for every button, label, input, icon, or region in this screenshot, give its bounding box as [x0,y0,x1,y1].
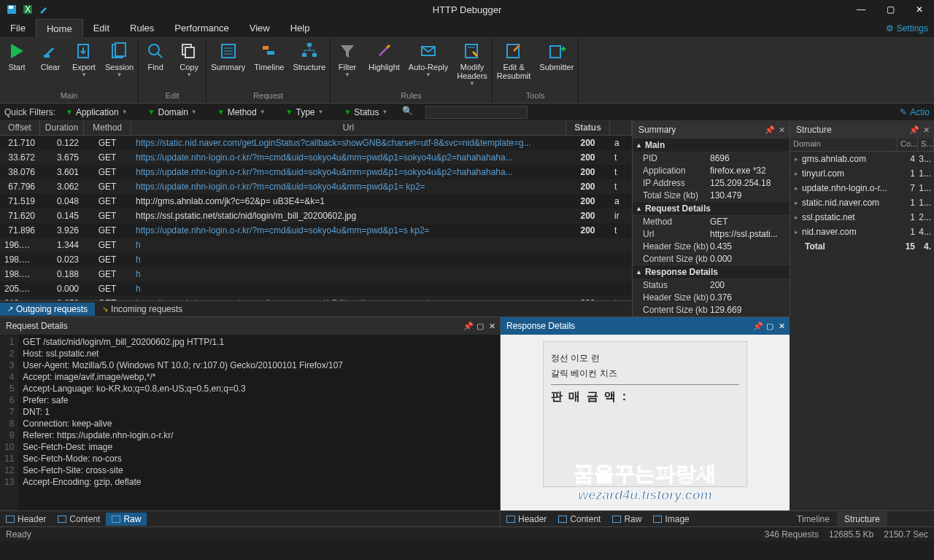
req-tab-content[interactable]: Content [52,513,106,526]
structure-row[interactable]: ▸nid.naver.com14... [790,225,934,239]
structure-row[interactable]: ▸update.nhn-login.o-r...71... [790,181,934,195]
maximize-button[interactable]: ▢ [876,0,905,19]
summary-button[interactable]: Summary [207,38,250,91]
clear-button[interactable]: Clear [34,38,67,91]
table-row[interactable]: 198.5690.188GETh [0,267,632,281]
response-image-body[interactable]: 정선 이모 런 갈릭 베이컨 치즈 판 매 금 액 : 꿈을꾸는파랑새 weza… [501,335,790,510]
filter-method[interactable]: ▼Method▼ [217,107,266,117]
submitter-button[interactable]: Submitter [535,38,578,91]
filter-status[interactable]: ▼Status▼ [344,107,387,117]
filter-application[interactable]: ▼Application▼ [66,107,128,117]
side-tab-structure[interactable]: Structure [837,512,887,526]
edit-icon: ✎ [900,107,907,117]
summary-row: Total Size (kb)130.479 [633,190,790,202]
expand-icon[interactable]: ▸ [795,170,802,177]
col-method[interactable]: Method [84,121,131,135]
resp-tab-content[interactable]: Content [552,513,606,526]
summary-group[interactable]: ▲ Response Details [633,265,790,279]
col-url[interactable]: Url [131,121,566,135]
col-status[interactable]: Status [566,121,610,135]
minimize-button[interactable]: — [846,0,876,19]
structure-row[interactable]: ▸gms.ahnlab.com43... [790,152,934,166]
menu-home[interactable]: Home [36,19,83,37]
req-tab-raw[interactable]: Raw [106,513,147,526]
resp-tab-header[interactable]: Header [501,513,552,526]
restore-icon[interactable]: ▢ [475,321,485,331]
summary-group[interactable]: ▲ Request Details [633,202,790,216]
structure-button[interactable]: Structure [288,38,330,91]
col-offset[interactable]: Offset [0,121,40,135]
expand-icon[interactable]: ▸ [795,199,802,206]
chevron-down-icon: ▼ [344,71,350,78]
highlight-button[interactable]: Highlight [364,38,404,91]
table-row[interactable]: 67.7963.062GEThttps://update.nhn-login.o… [0,179,632,194]
actions-button[interactable]: ✎ Actio [900,107,930,117]
autoreply-button[interactable]: Auto-Reply▼ [404,38,452,91]
table-row[interactable]: 205.2270.000GETh [0,281,632,296]
modifyheaders-button[interactable]: Modify Headers▼ [452,38,492,91]
req-tab-header[interactable]: Header [0,513,52,526]
table-row[interactable]: 21.7100.122GEThttps://static.nid.naver.c… [0,136,632,150]
col-extra[interactable] [610,121,632,135]
restore-icon[interactable]: ▢ [765,321,775,331]
pin-icon[interactable]: 📌 [909,125,919,135]
expand-icon[interactable]: ▸ [795,228,802,236]
side-tab-timeline[interactable]: Timeline [790,512,837,526]
pin-icon[interactable]: 📌 [753,321,763,331]
start-button[interactable]: Start [0,38,34,91]
table-row[interactable]: 71.6200.145GEThttps://ssl.pstatic.net/st… [0,209,632,223]
structure-row[interactable]: ▸tinyurl.com11... [790,166,934,181]
pin-icon[interactable]: 📌 [463,321,474,331]
pin-icon[interactable]: 📌 [765,125,775,135]
session-button[interactable]: Session▼ [101,38,138,91]
qat-excel-icon[interactable]: X [22,4,34,15]
timeline-button[interactable]: Timeline [250,38,288,91]
col-duration[interactable]: Duration [40,121,84,135]
filter-button[interactable]: Filter▼ [331,38,364,91]
tab-outgoing-requests[interactable]: ↗Outgoing requests [0,303,95,316]
menu-edit[interactable]: Edit [83,19,120,37]
expand-icon[interactable]: ▸ [795,214,802,221]
qat-save-icon[interactable] [6,4,18,15]
expand-icon[interactable]: ▸ [795,155,802,163]
funnel-icon: ▼ [286,108,293,116]
structure-row[interactable]: ▸static.nid.naver.com11... [790,195,934,210]
search-icon[interactable]: 🔍 [402,106,415,119]
export-button[interactable]: Export▼ [67,38,101,91]
summary-group[interactable]: ▲ Main [633,139,790,152]
expand-icon[interactable]: ▸ [795,184,802,192]
find-button[interactable]: Find [139,38,172,91]
status-right: 346 Requests 12685.5 Kb 2150.7 Sec [765,529,928,540]
table-row[interactable]: 198.4350.023GETh [0,252,632,267]
grid-body[interactable]: 21.7100.122GEThttps://static.nid.naver.c… [0,136,632,300]
close-button[interactable]: ✕ [905,0,934,19]
close-icon[interactable]: ✕ [776,125,787,135]
table-row[interactable]: 38.0763.601GEThttps://update.nhn-login.o… [0,165,632,179]
menu-performance[interactable]: Performance [164,19,239,37]
tab-incoming-requests[interactable]: ↘Incoming requests [95,303,190,316]
editresubmit-button[interactable]: Edit & Resubmit [493,38,535,91]
structure-row[interactable]: ▸ssl.pstatic.net12... [790,210,934,225]
menu-help[interactable]: Help [280,19,320,37]
close-icon[interactable]: ✕ [921,125,931,135]
resp-tab-image[interactable]: Image [647,513,695,526]
settings-link[interactable]: ⚙ Settings [886,19,928,37]
menu-rules[interactable]: Rules [120,19,164,37]
qat-brush-icon[interactable] [38,4,50,15]
copy-button[interactable]: Copy▼ [172,38,206,91]
svg-rect-1 [9,6,13,9]
resp-tab-raw[interactable]: Raw [606,513,647,526]
table-row[interactable]: 71.5190.048GEThttp://gms.ahnlab.com/jk?c… [0,194,632,209]
request-raw-body[interactable]: 1 2 3 4 5 6 7 8 9 10 11 12 13 GET /stati… [0,335,500,510]
close-icon[interactable]: ✕ [776,321,787,331]
response-details-header: Response Details 📌▢✕ [501,317,790,335]
table-row[interactable]: 33.6723.675GEThttps://update.nhn-login.o… [0,150,632,165]
filter-type[interactable]: ▼Type▼ [286,107,324,117]
menu-file[interactable]: File [0,19,36,37]
search-input[interactable] [425,106,528,119]
table-row[interactable]: 71.8963.926GEThttps://update.nhn-login.o… [0,223,632,238]
menu-view[interactable]: View [239,19,280,37]
table-row[interactable]: 196.5161.344GETh [0,238,632,252]
filter-domain[interactable]: ▼Domain▼ [148,107,197,117]
close-icon[interactable]: ✕ [487,321,497,331]
